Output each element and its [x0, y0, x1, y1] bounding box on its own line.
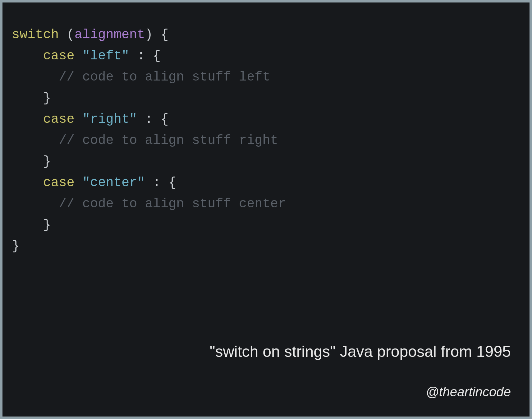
colon-brace: : { [137, 112, 168, 127]
string-literal: "right" [82, 112, 137, 127]
keyword-case: case [43, 112, 75, 127]
close-brace: } [43, 218, 51, 233]
comment-line: // code to align stuff left [59, 70, 270, 85]
colon-brace: : { [145, 175, 177, 190]
open-paren: ( [59, 27, 74, 42]
colon-brace: : { [129, 48, 161, 63]
close-brace: } [43, 91, 51, 106]
keyword-case: case [43, 48, 75, 63]
string-literal: "center" [82, 175, 145, 190]
string-literal: "left" [82, 48, 129, 63]
close-brace: } [12, 239, 20, 254]
comment-line: // code to align stuff right [59, 133, 278, 148]
close-paren-open-brace: ) { [145, 27, 169, 42]
comment-line: // code to align stuff center [59, 196, 286, 211]
keyword-switch: switch [12, 27, 59, 42]
identifier-alignment: alignment [75, 27, 145, 42]
image-caption: "switch on strings" Java proposal from 1… [210, 343, 511, 361]
code-image-frame: switch (alignment) { case "left" : { // … [0, 0, 532, 419]
close-brace: } [43, 154, 51, 169]
code-block: switch (alignment) { case "left" : { // … [12, 24, 520, 257]
author-handle: @theartincode [426, 384, 511, 399]
keyword-case: case [43, 175, 75, 190]
